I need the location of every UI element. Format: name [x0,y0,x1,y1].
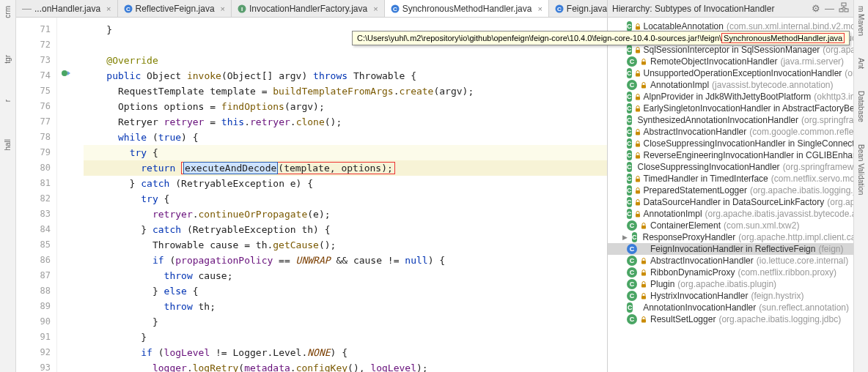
class-icon: C [627,209,632,219]
right-tool-strip: m Maven Ant Database Bean Validation [853,0,868,372]
right-tool-item[interactable]: Bean Validation [857,144,865,195]
svg-rect-25 [636,132,640,135]
close-icon[interactable]: × [373,4,378,13]
lock-icon [640,258,647,264]
gear-icon[interactable]: ⚙ [812,3,820,14]
hierarchy-item[interactable]: ▶CResponseProxyHandler (org.apache.http.… [608,231,853,243]
class-icon: C [627,314,637,324]
expand-arrow-icon[interactable]: ▶ [622,234,628,241]
hierarchy-item[interactable]: CAnnotationImpl (org.apache.ibatis.javas… [608,208,853,220]
svg-rect-37 [641,319,646,323]
svg-rect-22 [641,85,646,89]
hierarchy-item[interactable]: CReverseEngineeringInvocationHandler in … [608,149,853,161]
hierarchy-tree[interactable]: CLocatableAnnotation (com.sun.xml.intern… [608,18,853,372]
hierarchy-item-package: (org.apache.http.impl.client.cache [738,232,853,242]
hierarchy-item-name: CloseSuppressingInvocationHandler [638,162,780,172]
hierarchy-item-name: ReverseEngineeringInvocationHandler in C… [644,150,854,160]
editor-tab[interactable]: —...onHandler.java× [16,0,118,17]
class-icon: C [627,138,632,149]
hierarchy-item[interactable]: CEarlySingletonInvocationHandler in Abst… [608,103,853,114]
code-editor[interactable]: } @Override public Object invoke(Object[… [76,18,607,372]
close-icon[interactable]: × [537,4,542,13]
tooltip-path-prefix: C:\Users\yuhl\.m2\repository\io\github\o… [357,34,721,42]
left-tool-strip: crm tgr r hall [0,0,16,372]
hierarchy-item[interactable]: CRemoteObjectInvocationHandler (java.rmi… [608,56,853,67]
svg-rect-31 [636,214,640,217]
minimize-icon[interactable]: — [825,3,834,14]
hierarchy-item[interactable]: CHystrixInvocationHandler (feign.hystrix… [608,290,853,302]
editor-tab-bar: —...onHandler.java×CReflectiveFeign.java… [16,0,607,18]
hierarchy-item[interactable]: CResultSetLogger (org.apache.ibatis.logg… [608,313,853,325]
hierarchy-item[interactable]: CSqlSessionInterceptor in SqlSessionMana… [608,44,853,56]
class-icon: C [627,92,632,102]
right-tool-item[interactable]: Ant [857,58,865,69]
svg-rect-34 [641,272,646,276]
hierarchy-item[interactable]: CAbstractInvocationHandler (io.lettuce.c… [608,255,853,267]
hierarchy-item[interactable]: CAlpnProvider in Jdk8WithJettyBootPlatfo… [608,91,853,103]
class-icon: C [627,197,632,207]
hierarchy-item[interactable]: CAnnotationInvocationHandler (sun.reflec… [608,302,853,313]
hierarchy-item-name: EarlySingletonInvocationHandler in Abstr… [644,103,854,114]
hierarchy-item[interactable]: CTimedHandler in TimedInterface (com.net… [608,173,853,185]
left-tool-item[interactable]: hall [4,139,12,151]
hierarchy-item[interactable]: CPlugin (org.apache.ibatis.plugin) [608,278,853,290]
hierarchy-item-name: AbstractInvocationHandler [650,256,754,266]
svg-rect-11 [842,3,846,6]
svg-rect-24 [636,108,640,112]
hierarchy-item-package: (feign) [818,244,843,254]
left-tool-item[interactable]: r [4,100,12,102]
override-marker-icon[interactable] [60,68,72,78]
hierarchy-item[interactable]: CPreparedStatementLogger (org.apache.iba… [608,185,853,196]
editor-tab[interactable]: CReflectiveFeign.java× [118,0,232,17]
hierarchy-item-name: SqlSessionInterceptor in SqlSessionManag… [644,45,820,55]
hierarchy-item-name: AnnotationInvocationHandler [643,302,756,313]
svg-rect-35 [641,284,646,288]
hierarchy-item-package: (org.apache.ibatis.javassist.bytecode.an… [705,209,853,219]
hierarchy-item[interactable]: CAnnotationImpl (javassist.bytecode.anno… [608,79,853,91]
class-icon: C [627,302,633,313]
lock-icon [640,223,647,229]
class-icon: C [627,80,637,90]
hierarchy-item[interactable]: CCloseSuppressingInvocationHandler in Si… [608,138,853,149]
class-icon: C [627,185,632,196]
hierarchy-item[interactable]: CSynthesizedAnnotationInvocationHandler … [608,114,853,126]
hierarchy-header: Hierarchy: Subtypes of InvocationHandler… [608,0,853,18]
hierarchy-item-package: (org.springframewo [783,162,853,172]
hierarchy-item-name: AnnotationImpl [650,80,709,90]
editor-tab[interactable]: CFeign.java× [549,0,607,17]
svg-rect-19 [636,50,640,53]
editor-tab[interactable]: IInvocationHandlerFactory.java× [232,0,385,17]
hierarchy-item[interactable]: CContainerElement (com.sun.xml.txw2) [608,220,853,231]
close-icon[interactable]: × [106,4,111,13]
hierarchy-subtype-icon[interactable] [839,2,849,15]
class-icon: C [627,127,632,137]
editor-tab[interactable]: CSynchronousMethodHandler.java× [385,0,549,17]
tab-label: SynchronousMethodHandler.java [402,4,532,14]
hierarchy-item[interactable]: CDataSourceHandler in DataSourceLinkFact… [608,196,853,208]
hierarchy-item-package: (org.apach [827,197,853,207]
hierarchy-item[interactable]: CFeignInvocationHandler in ReflectiveFei… [608,243,853,255]
left-tool-item[interactable]: crm [4,6,12,18]
svg-text:C: C [557,6,562,12]
hierarchy-panel: Hierarchy: Subtypes of InvocationHandler… [607,0,853,372]
class-icon: C [627,279,637,289]
class-icon: C [632,232,637,242]
right-tool-item[interactable]: m Maven [857,6,865,36]
hierarchy-item[interactable]: CAbstractInvocationHandler (com.google.c… [608,126,853,138]
right-tool-item[interactable]: Database [857,91,865,122]
lock-icon [635,94,641,100]
hierarchy-item-package: (java.rmi.server) [780,56,844,67]
hierarchy-item-name: UnsupportedOperationExceptionInvocationH… [644,68,842,78]
hierarchy-item-package: (feign.hystrix) [751,291,803,301]
close-icon[interactable]: × [221,4,225,13]
hierarchy-item-package: (okhttp3.inte [814,92,853,102]
left-tool-item[interactable]: tgr [4,55,12,64]
hierarchy-item[interactable]: CRibbonDynamicProxy (com.netflix.ribbon.… [608,267,853,278]
hierarchy-item-name: TimedHandler in TimedInterface [644,174,768,184]
hierarchy-item-package: (com.sun.xml.txw2) [724,220,799,231]
hierarchy-item[interactable]: CCloseSuppressingInvocationHandler (org.… [608,161,853,173]
class-icon: C [627,103,632,114]
lock-icon [635,152,641,159]
hierarchy-item-name: ContainerElement [650,220,721,231]
hierarchy-item[interactable]: CUnsupportedOperationExceptionInvocation… [608,67,853,79]
